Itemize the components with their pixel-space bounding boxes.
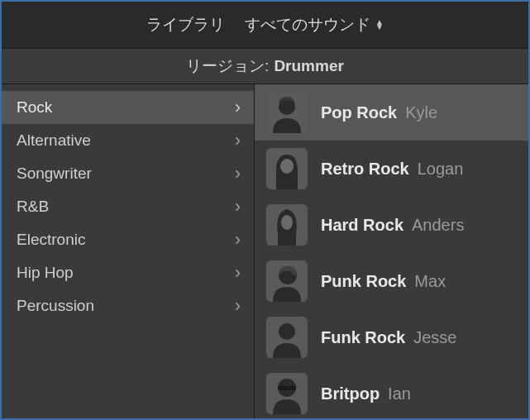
category-list: Rock›Alternative›Songwriter›R&B›Electron… <box>2 84 255 418</box>
drummer-name: Jesse <box>413 328 456 347</box>
category-label: R&B <box>17 198 49 216</box>
chevron-right-icon: › <box>235 165 241 183</box>
library-header: ライブラリ すべてのサウンド ▲▼ <box>2 2 528 48</box>
category-label: Percussion <box>17 297 94 315</box>
region-bar: リージョン: Drummer <box>2 48 528 84</box>
category-label: Electronic <box>17 231 85 249</box>
drummer-text: Punk RockMax <box>321 272 446 291</box>
drummer-text: Funk RockJesse <box>321 328 457 347</box>
avatar <box>266 260 308 302</box>
drummer-style: Britpop <box>321 384 380 403</box>
category-label: Hip Hop <box>17 264 74 282</box>
svg-point-3 <box>280 159 294 174</box>
category-item[interactable]: Alternative› <box>2 124 254 157</box>
chevron-right-icon: › <box>235 98 241 117</box>
drummer-text: Hard RockAnders <box>321 216 464 235</box>
avatar <box>266 204 308 246</box>
drummer-item[interactable]: Punk RockMax <box>255 253 528 309</box>
chevron-right-icon: › <box>235 297 241 315</box>
category-item[interactable]: Percussion› <box>2 289 254 322</box>
chevron-right-icon: › <box>235 131 241 150</box>
category-item[interactable]: Rock› <box>2 91 254 124</box>
drummer-item[interactable]: BritpopIan <box>255 365 528 418</box>
svg-point-9 <box>279 323 295 340</box>
updown-icon: ▲▼ <box>375 20 384 30</box>
drummer-style: Funk Rock <box>321 328 405 347</box>
drummer-name: Anders <box>412 216 464 235</box>
sounds-label: すべてのサウンド <box>245 14 370 36</box>
content-area: Rock›Alternative›Songwriter›R&B›Electron… <box>2 84 528 418</box>
svg-point-5 <box>281 215 293 230</box>
avatar <box>266 317 308 358</box>
drummer-name: Ian <box>388 384 411 403</box>
region-name: Drummer <box>274 57 343 75</box>
sounds-dropdown[interactable]: すべてのサウンド ▲▼ <box>245 14 384 36</box>
drummer-text: Retro RockLogan <box>321 160 463 179</box>
category-item[interactable]: Songwriter› <box>2 157 254 190</box>
library-label[interactable]: ライブラリ <box>146 14 225 36</box>
chevron-right-icon: › <box>235 198 241 216</box>
drummer-name: Logan <box>418 160 464 179</box>
avatar <box>266 373 308 414</box>
drummer-name: Kyle <box>405 103 437 122</box>
svg-rect-12 <box>278 386 296 390</box>
chevron-right-icon: › <box>235 231 241 249</box>
category-item[interactable]: R&B› <box>2 190 254 223</box>
drummer-style: Pop Rock <box>321 103 397 122</box>
drummer-item[interactable]: Funk RockJesse <box>255 309 528 365</box>
drummer-text: BritpopIan <box>321 384 411 403</box>
category-label: Alternative <box>17 131 91 150</box>
category-label: Rock <box>17 98 52 117</box>
region-prefix: リージョン: <box>186 55 269 77</box>
drummer-style: Retro Rock <box>321 160 409 179</box>
category-item[interactable]: Electronic› <box>2 223 254 256</box>
category-item[interactable]: Hip Hop› <box>2 256 254 289</box>
drummer-item[interactable]: Retro RockLogan <box>255 141 528 197</box>
drummer-name: Max <box>414 272 446 291</box>
drummer-style: Punk Rock <box>321 272 406 291</box>
drummer-text: Pop RockKyle <box>321 103 437 122</box>
drummer-item[interactable]: Hard RockAnders <box>255 197 528 253</box>
drummer-item[interactable]: Pop RockKyle <box>255 84 528 141</box>
drummer-list: Pop RockKyleRetro RockLoganHard RockAnde… <box>255 84 528 418</box>
drummer-style: Hard Rock <box>321 216 403 235</box>
category-label: Songwriter <box>17 165 92 183</box>
avatar <box>266 92 308 133</box>
chevron-right-icon: › <box>235 264 241 282</box>
avatar <box>266 148 308 189</box>
